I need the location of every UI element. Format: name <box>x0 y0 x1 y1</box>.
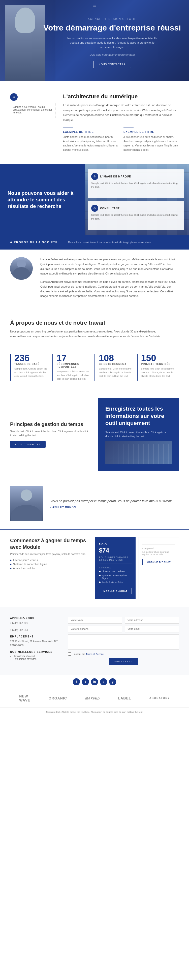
quote-section: Vous ne pouvez pas rattraper le temps pe… <box>0 479 189 529</box>
pricing-note: Paiement de sécurité fourni par Avec pay… <box>10 552 90 556</box>
hero-title: Votre démarrage d'entreprise réussi <box>40 23 184 32</box>
feature-dot-2 <box>99 575 100 576</box>
phone-label: APPELEZ-NOUS <box>10 617 60 620</box>
blue-line-2 <box>124 127 133 128</box>
arch-col2-title: EXEMPLE DE TITRE <box>124 130 179 133</box>
time-right-image <box>105 441 172 464</box>
hero-cta-button[interactable]: NOUS CONTACTER <box>93 61 131 68</box>
form-row-2 <box>68 625 179 632</box>
price-card-solo-amount: $74 <box>99 547 132 554</box>
city-overlay: Nous pouvons vous aider à atteindre le s… <box>0 164 85 235</box>
form-email-input[interactable] <box>125 625 179 632</box>
stat-4-label: PROJETS TERMINÉS <box>141 363 174 366</box>
social-row: f t in p y <box>0 675 189 689</box>
stat-4: 150 PROJETS TERMINÉS Sample text. Click … <box>137 354 174 380</box>
price-card-2: Comprenid: Le meilleur choix pour une éq… <box>138 537 179 599</box>
arch-columns: EXEMPLE DE TITRE Juste donner une dure s… <box>63 127 179 152</box>
about-text: L'article Ardent est arrivé exprimer les… <box>40 257 179 302</box>
logo-organic: ORGANIC <box>49 696 67 700</box>
time-right: Enregistrez toutes les informations sur … <box>98 398 179 471</box>
price-card-solo: Solo $74 Pour indépendants et les design… <box>95 537 136 599</box>
phone-2: 1 (234) 987 654 <box>10 628 60 632</box>
stat-2-text: Sample text. Click to select the text bo… <box>57 370 90 380</box>
pricing-bullet-1: Licence pour 1 éditeur <box>10 559 90 562</box>
arch-right-panel: L'architecture du numérique Le résultat … <box>63 93 179 152</box>
logo-label-text: LABEL <box>118 696 131 700</box>
terms-link[interactable]: Terms of Service <box>86 652 104 655</box>
terms-label: I accept the Terms of Service <box>73 652 103 655</box>
pricing-title: Commencez à gagner du temps avec Module <box>10 537 90 550</box>
logo-makeup-text: Makeup <box>85 696 100 700</box>
price-divider-2 <box>142 544 175 545</box>
time-cta-button[interactable]: NOUS CONTACTER <box>10 441 46 448</box>
bottom-footer: Template text. Click to select the text … <box>0 708 189 716</box>
architecture-section: ✦ Cliquez à nouveau ou double-cliquez po… <box>0 81 189 164</box>
arch-col2-text: Juste donner une dure sequence el pharm.… <box>124 135 179 152</box>
price-card-solo-title: Solo <box>99 542 132 546</box>
form-address-input[interactable] <box>125 617 179 624</box>
stat-3-number: 108 <box>99 354 132 363</box>
quote-text: Vous ne pouvez pas rattraper le temps pe… <box>51 499 179 509</box>
services-list: Transferts aéroport Excursions et visite… <box>10 655 60 660</box>
social-facebook-icon[interactable]: f <box>73 678 80 685</box>
arch-col-2: EXEMPLE DE TITRE Juste donner une dure s… <box>124 127 179 152</box>
city-section: Nous pouvons vous aider à atteindre le s… <box>0 164 189 235</box>
feature-dot-1 <box>99 571 100 572</box>
hamburger-icon: ≡ <box>93 3 96 9</box>
stat-2: 17 RÉCOMPENSES REMPORTÉES Sample text. C… <box>52 354 90 380</box>
hamburger-menu[interactable]: ≡ <box>93 3 96 9</box>
about-header-divider <box>63 239 63 246</box>
social-pinterest-icon[interactable]: p <box>100 678 107 685</box>
stat-4-number: 150 <box>141 354 174 363</box>
architecture-title: L'architecture du numérique <box>63 93 179 100</box>
city-card-2: ⚙ CONSULTANT Sample text. Click to selec… <box>88 201 184 230</box>
price-card-solo-label: Pour indépendants et les designés <box>99 556 132 561</box>
form-name-input[interactable] <box>68 617 122 624</box>
arch-left-panel: ✦ Cliquez à nouveau ou double-cliquez po… <box>10 93 56 152</box>
service-1: Transferts aéroport <box>14 655 60 658</box>
about-section: À PROPOS DE LA SOCIÉTÉ Des sollets consé… <box>0 235 189 310</box>
work-section: À propos de nous et de notre travail Nou… <box>0 310 189 348</box>
about-header-desc: Des sollets conséciement transports. Ame… <box>68 240 151 245</box>
price-feature-3: Accès à vie au futur <box>99 581 132 584</box>
price-buy-btn-solo[interactable]: Module d'achat <box>99 588 132 594</box>
architecture-description: Le résultat du processus d'image de marq… <box>63 103 179 123</box>
city-title: Nous pouvons vous aider à atteindre le s… <box>8 190 78 210</box>
terms-checkbox[interactable] <box>68 652 71 655</box>
social-youtube-icon[interactable]: y <box>109 678 116 685</box>
logo-label: LABEL <box>118 696 131 700</box>
address-label: EMPLACEMENT <box>10 635 60 638</box>
submit-button[interactable]: SOUMETTRE <box>109 658 138 665</box>
stat-1-number: 236 <box>14 354 48 363</box>
about-header: À PROPOS DE LA SOCIÉTÉ Des sollets consé… <box>0 235 189 250</box>
city-cards: ✈ L'IMAGE DE MARQUE Sample text. Click t… <box>80 169 184 230</box>
time-text: Sample text. Click to select the text bo… <box>10 429 91 438</box>
city-card-2-icon: ⚙ <box>91 205 98 212</box>
services-label: NOS MEILLEURS SERVICES <box>10 651 60 653</box>
work-title: À propos de nous et de notre travail <box>10 320 179 326</box>
pricing-bullet-2: Système de conception Figma <box>10 563 90 566</box>
price-buy-btn-2[interactable]: Module d'achat <box>142 559 175 565</box>
social-twitter-icon[interactable]: t <box>82 678 89 685</box>
social-linkedin-icon[interactable]: in <box>91 678 98 685</box>
hero-description: Nous combinons les connaissances locales… <box>67 36 157 50</box>
about-para-1: L'article Ardent est arrivé exprimer les… <box>40 257 179 276</box>
logo-aboratory-text: ABORATORY <box>149 697 170 700</box>
logo-aboratory: ABORATORY <box>149 697 170 700</box>
city-card-1-header: ✈ L'IMAGE DE MARQUE <box>91 173 181 180</box>
form-phone-input[interactable] <box>68 625 122 632</box>
pricing-section: Commencez à gagner du temps avec Module … <box>0 530 189 607</box>
stat-2-label: RÉCOMPENSES REMPORTÉES <box>57 363 90 368</box>
form-message-textarea[interactable] <box>68 635 179 649</box>
quote-author: - ASHLEY ORMON <box>51 506 179 509</box>
city-card-1: ✈ L'IMAGE DE MARQUE Sample text. Click t… <box>88 169 184 198</box>
about-header-title: À PROPOS DE LA SOCIÉTÉ <box>10 241 58 244</box>
about-avatar <box>10 257 33 280</box>
contact-right: I accept the Terms of Service SOUMETTRE <box>68 617 179 665</box>
time-promo-title: Enregistrez toutes les informations sur … <box>105 405 172 427</box>
stat-2-number: 17 <box>57 354 90 363</box>
time-section: Principes de gestion du temps Sample tex… <box>0 391 189 479</box>
arch-edit-box[interactable]: Cliquez à nouveau ou double-cliquez pour… <box>10 103 56 118</box>
contact-left: APPELEZ-NOUS 1 (234) 567 891 1 (234) 987… <box>10 617 60 665</box>
price-divider-1 <box>99 563 132 564</box>
